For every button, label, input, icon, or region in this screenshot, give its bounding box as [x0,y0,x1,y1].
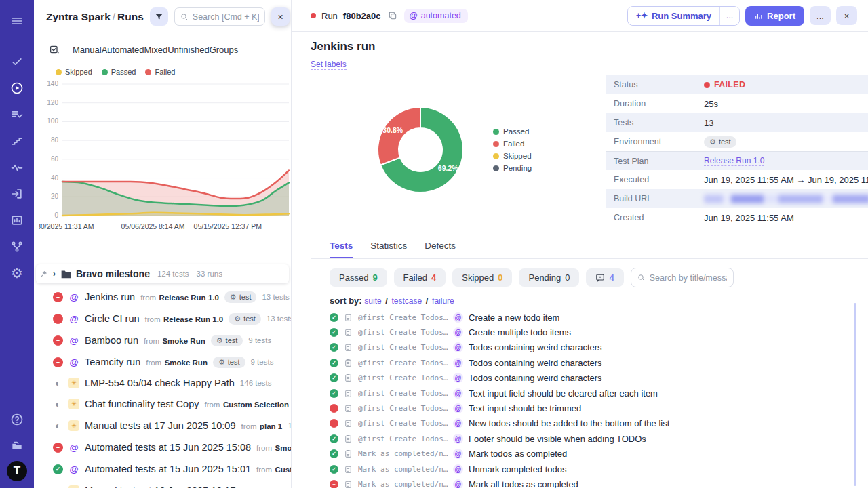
clipboard-icon [344,328,353,337]
run-summary-button[interactable]: +✦Run Summary [628,7,719,25]
runs-search-input[interactable] [193,12,259,22]
run-name: Jenkins run [85,291,135,302]
runs-nav-icon[interactable] [5,77,28,100]
analytics-nav-icon[interactable] [5,156,28,179]
copy-run-id-button[interactable] [387,9,399,22]
tab-defects[interactable]: Defects [425,241,456,258]
svg-text:120: 120 [47,99,58,106]
milestones-nav-icon[interactable] [5,129,28,152]
runs-tab[interactable]: Groups [210,45,239,55]
tests-scrollbar[interactable] [854,303,856,486]
sort-by-testcase-link[interactable]: testcase [392,296,422,306]
set-labels-link[interactable]: Set labels [311,60,347,70]
sort-by-failure-link[interactable]: failure [432,296,454,306]
clipboard-icon [344,434,353,443]
detail-row-build-url: Build URL [606,189,868,208]
settings-gear-icon[interactable]: ⚙ [5,262,28,285]
test-row[interactable]: @first Create Todos… Text input should b… [330,401,868,415]
sort-by-suite-link[interactable]: suite [364,296,381,306]
pipelines-nav-icon[interactable] [5,235,28,258]
chevron-right-icon[interactable]: › [52,269,56,279]
panel-close-button[interactable]: × [271,7,290,26]
test-status-icon [330,465,338,474]
run-list-item[interactable]: Manual tests at 13 Jun 2025 12:17 from C… [34,480,291,488]
run-list-item[interactable]: Jenkins run from Release Run 1.0 ⚙test 1… [34,286,291,308]
automated-icon [453,312,463,323]
run-actions: +✦Run Summary ... Report ... × [627,6,857,26]
runs-tab[interactable]: Automated [102,45,144,55]
import-nav-icon[interactable] [5,182,28,205]
projects-folder-icon[interactable] [5,434,28,458]
test-title: Todos containing weird characters [469,342,602,352]
test-row[interactable]: @first Create Todos… Todos containing we… [330,340,868,355]
run-list-item[interactable]: Automated tests at 15 Jun 2025 15:01 fro… [34,458,291,480]
filter-comments-button[interactable]: 4 [586,268,623,287]
app-logo[interactable]: T [7,461,27,481]
gear-icon: ⚙ [709,138,716,146]
test-title: Create multiple todo items [469,327,571,338]
test-row[interactable]: Mark as completed/n… Mark all todos as c… [330,476,868,488]
filter-pending-button[interactable]: Pending0 [519,268,579,287]
test-row[interactable]: Mark as completed/n… Mark todos as compl… [330,447,868,462]
test-suite-path: Mark as completed/n… [358,465,448,474]
test-row[interactable]: @first Create Todos… New todos should be… [330,416,868,431]
donut-legend-item: Failed [493,140,532,148]
reports-nav-icon[interactable] [5,209,28,232]
test-suite-path: @first Create Todos… [358,404,448,413]
filter-failed-button[interactable]: Failed4 [394,268,446,287]
more-actions-button[interactable]: ... [810,6,831,25]
test-row[interactable]: Mark as completed/n… Unmark completed to… [330,462,868,476]
automated-icon [453,373,463,383]
menu-icon[interactable] [5,9,28,33]
tests-search[interactable] [631,268,734,287]
test-plan-link[interactable]: Release Run 1.0 [704,156,764,166]
run-type-icon [68,378,79,388]
legend-dot [145,69,151,75]
run-summary-more-button[interactable]: ... [719,7,739,25]
test-status-icon [330,373,338,382]
runs-tab[interactable]: Manual [73,45,102,55]
tests-search-input[interactable] [650,273,727,283]
build-url-redacted [704,195,868,203]
tests-nav-icon[interactable] [5,50,28,73]
trend-legend-item[interactable]: Skipped [56,68,92,76]
run-type-icon [68,399,79,409]
test-row[interactable]: @first Create Todos… Todos containing we… [330,355,868,370]
close-run-button[interactable]: × [836,6,857,25]
filter-passed-button[interactable]: Passed9 [330,268,387,287]
help-icon[interactable] [5,408,28,431]
detail-row-duration: Duration 25s [606,94,868,113]
tab-statistics[interactable]: Statistics [370,241,407,258]
run-list-item[interactable]: Chat functinality test Copy from Custom … [34,393,291,415]
automated-icon [453,342,463,352]
test-row[interactable]: @first Create Todos… Text input field sh… [330,386,868,401]
filter-button[interactable] [150,7,168,26]
detail-row-executed: Executed Jun 19, 2025 11:55 AM → Jun 19,… [606,170,868,189]
runs-tab[interactable]: Mixed [144,45,168,55]
select-runs-icon[interactable] [49,44,60,55]
filter-skipped-button[interactable]: Skipped0 [452,268,512,287]
test-row[interactable]: @first Create Todos… Create a new todo i… [330,310,868,325]
test-filters: Passed9 Failed4 Skipped0 Pending0 4 [311,259,868,287]
trend-legend-item[interactable]: Failed [145,68,175,76]
test-row[interactable]: @first Create Todos… Create multiple tod… [330,325,868,340]
test-row[interactable]: @first Create Todos… Todos containing we… [330,371,868,386]
milestone-row[interactable]: › Bravo milestone 124 tests 33 runs [36,264,289,283]
runs-tab[interactable]: Unfinished [167,45,209,55]
runs-panel-header: Zyntra Spark/Runs × [34,0,291,30]
test-row[interactable]: @first Create Todos… Footer should be vi… [330,431,868,446]
tab-tests[interactable]: Tests [330,241,353,258]
trend-legend-item[interactable]: Passed [102,68,136,76]
run-list-item[interactable]: Circle CI run from Release Run 1.0 ⚙test… [34,308,291,329]
result-donut-zone: 69.2%30.8% Passed Failed Skipped [311,73,606,227]
run-list-item[interactable]: Automated tests at 15 Jun 2025 15:08 fro… [34,436,291,458]
run-list-item[interactable]: Teamcity run from Smoke Run ⚙test 9 test… [34,351,291,373]
run-overview: 69.2%30.8% Passed Failed Skipped [311,73,868,227]
run-list-item[interactable]: Bamboo run from Smoke Run ⚙test 9 tests [34,329,291,351]
report-button[interactable]: Report [745,6,804,26]
run-origin: from Release Run 1.0 [145,312,224,325]
plans-nav-icon[interactable] [5,103,28,126]
run-list-item[interactable]: Manual tests at 17 Jun 2025 10:09 from p… [34,415,291,436]
run-list-item[interactable]: LMP-554 05/04 check Happy Path 146 tests [34,373,291,393]
runs-search[interactable] [174,7,265,26]
